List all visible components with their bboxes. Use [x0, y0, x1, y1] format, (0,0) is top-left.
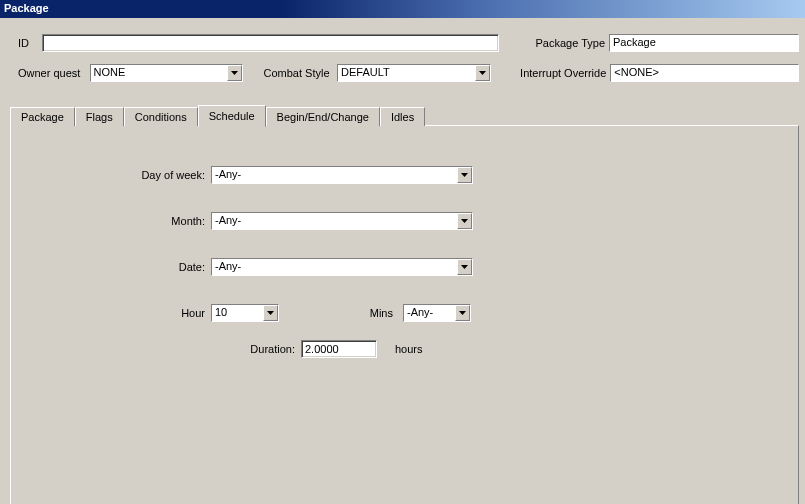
package-type-label: Package Type [529, 37, 605, 49]
id-label: ID [18, 37, 38, 49]
chevron-down-icon[interactable] [475, 65, 490, 81]
owner-quest-label: Owner quest [18, 67, 86, 79]
hour-value: 10 [212, 305, 263, 321]
date-label: Date: [11, 261, 211, 273]
mins-value: -Any- [404, 305, 455, 321]
header-form: ID Package Type Package Owner quest NONE… [0, 18, 805, 98]
duration-input[interactable] [301, 340, 377, 358]
date-combo[interactable]: -Any- [211, 258, 473, 276]
interrupt-override-combo[interactable]: <NONE> [610, 64, 799, 82]
svg-marker-0 [231, 71, 238, 75]
day-of-week-label: Day of week: [11, 169, 211, 181]
duration-unit: hours [395, 343, 423, 355]
chevron-down-icon[interactable] [457, 167, 472, 183]
window-title: Package [4, 2, 49, 14]
tab-idles[interactable]: Idles [380, 107, 425, 126]
combat-style-label: Combat Style [263, 67, 333, 79]
tab-control: Package Flags Conditions Schedule Begin/… [10, 104, 799, 504]
combat-style-combo[interactable]: DEFAULT [337, 64, 491, 82]
schedule-panel: Day of week: -Any- Month: -Any- Date: -A… [10, 125, 799, 504]
day-of-week-value: -Any- [212, 167, 457, 183]
svg-marker-5 [267, 311, 274, 315]
package-type-value: Package [610, 35, 798, 51]
month-combo[interactable]: -Any- [211, 212, 473, 230]
tab-schedule[interactable]: Schedule [198, 105, 266, 127]
id-input[interactable] [42, 34, 499, 52]
date-value: -Any- [212, 259, 457, 275]
chevron-down-icon[interactable] [227, 65, 242, 81]
combat-style-value: DEFAULT [338, 65, 475, 81]
mins-label: Mins [279, 307, 399, 319]
tab-package[interactable]: Package [10, 107, 75, 126]
owner-quest-value: NONE [91, 65, 228, 81]
chevron-down-icon[interactable] [457, 213, 472, 229]
tab-conditions[interactable]: Conditions [124, 107, 198, 126]
tab-flags[interactable]: Flags [75, 107, 124, 126]
hour-combo[interactable]: 10 [211, 304, 279, 322]
package-type-combo[interactable]: Package [609, 34, 799, 52]
day-of-week-combo[interactable]: -Any- [211, 166, 473, 184]
svg-marker-2 [461, 173, 468, 177]
svg-marker-1 [479, 71, 486, 75]
mins-combo[interactable]: -Any- [403, 304, 471, 322]
interrupt-override-value: <NONE> [611, 65, 798, 81]
owner-quest-combo[interactable]: NONE [90, 64, 244, 82]
svg-marker-3 [461, 219, 468, 223]
svg-marker-4 [461, 265, 468, 269]
window-titlebar: Package [0, 0, 805, 18]
duration-label: Duration: [11, 343, 301, 355]
interrupt-override-label: Interrupt Override [511, 67, 606, 79]
chevron-down-icon[interactable] [263, 305, 278, 321]
hour-label: Hour [11, 307, 211, 319]
chevron-down-icon[interactable] [455, 305, 470, 321]
tab-begin-end-change[interactable]: Begin/End/Change [266, 107, 380, 126]
month-label: Month: [11, 215, 211, 227]
month-value: -Any- [212, 213, 457, 229]
svg-marker-6 [459, 311, 466, 315]
tab-strip: Package Flags Conditions Schedule Begin/… [10, 104, 799, 125]
chevron-down-icon[interactable] [457, 259, 472, 275]
